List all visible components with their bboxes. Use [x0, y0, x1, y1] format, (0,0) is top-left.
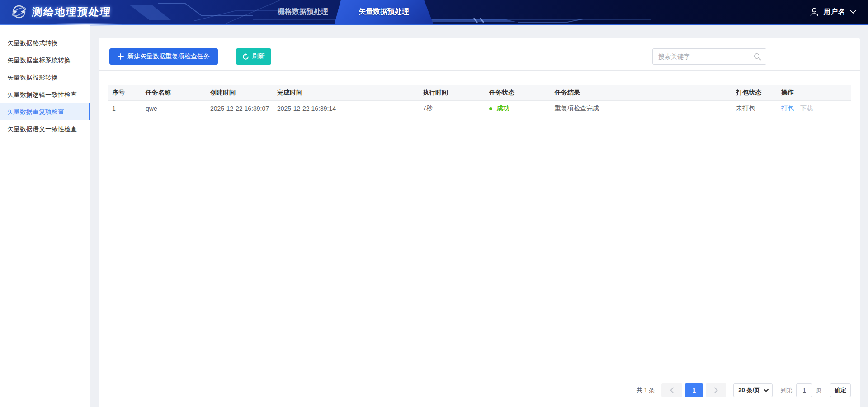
- new-task-button[interactable]: 新建矢量数据重复项检查任务: [109, 48, 218, 65]
- page-number-button[interactable]: 1: [685, 383, 703, 397]
- user-menu[interactable]: 用户名: [809, 0, 856, 24]
- status-text: 成功: [497, 104, 509, 112]
- refresh-icon: [242, 53, 249, 60]
- col-created: 创建时间: [206, 85, 273, 100]
- sidebar-item-semantic-check[interactable]: 矢量数据语义一致性检查: [0, 120, 90, 137]
- task-table: 序号 任务名称 创建时间 完成时间 执行时间 任务状态 任务结果 打包状态 操作…: [108, 85, 851, 117]
- sidebar-item-coordsys-convert[interactable]: 矢量数据坐标系统转换: [0, 52, 90, 69]
- cell-duration: 7秒: [418, 100, 485, 117]
- cell-task-name: qwe: [141, 100, 206, 117]
- sidebar-item-projection-convert[interactable]: 矢量数据投影转换: [0, 69, 90, 86]
- goto-page-input[interactable]: [796, 383, 812, 397]
- content-card: 新建矢量数据重复项检查任务 刷新 序号: [99, 38, 860, 407]
- page-size-value: 20 条/页: [738, 386, 760, 394]
- col-duration: 执行时间: [418, 85, 485, 100]
- cell-actions: 打包 下载: [777, 100, 851, 117]
- col-finished: 完成时间: [273, 85, 418, 100]
- search-box: [652, 48, 766, 65]
- app-title: 测绘地理预处理: [31, 5, 112, 19]
- search-input[interactable]: [653, 49, 749, 64]
- plus-icon: [118, 53, 124, 60]
- cell-result: 重复项检查完成: [550, 100, 731, 117]
- goto-suffix-label: 页: [816, 386, 822, 394]
- page-size-select[interactable]: 20 条/页: [733, 383, 773, 397]
- header-background: 测绘地理预处理 栅格数据预处理 矢量数据预处理 用户名: [0, 0, 868, 24]
- cell-finished: 2025-12-22 16:39:14: [273, 100, 418, 117]
- col-seq: 序号: [108, 85, 141, 100]
- search-icon: [754, 53, 761, 61]
- goto-confirm-button[interactable]: 确定: [830, 383, 851, 397]
- cell-created: 2025-12-22 16:39:07: [206, 100, 273, 117]
- tab-raster-preprocess[interactable]: 栅格数据预处理: [269, 0, 336, 24]
- new-task-label: 新建矢量数据重复项检查任务: [127, 52, 210, 61]
- download-link[interactable]: 下载: [800, 104, 813, 112]
- cell-status: 成功: [485, 100, 550, 117]
- table-row: 1 qwe 2025-12-22 16:39:07 2025-12-22 16:…: [108, 100, 851, 117]
- user-icon: [809, 7, 819, 17]
- toolbar-divider: [99, 70, 860, 71]
- cell-package-status: 未打包: [731, 100, 777, 117]
- cell-seq: 1: [108, 100, 141, 117]
- search-button[interactable]: [749, 49, 766, 64]
- prev-page-button[interactable]: [661, 383, 682, 397]
- pagination-total: 共 1 条: [637, 386, 655, 394]
- sidebar-nav: 矢量数据格式转换 矢量数据坐标系统转换 矢量数据投影转换 矢量数据逻辑一致性检查…: [0, 25, 90, 407]
- package-link[interactable]: 打包: [781, 104, 794, 112]
- chevron-left-icon: [670, 387, 674, 393]
- col-package-status: 打包状态: [731, 85, 777, 100]
- sidebar-item-format-convert[interactable]: 矢量数据格式转换: [0, 34, 90, 52]
- user-name-label: 用户名: [824, 8, 845, 16]
- next-page-button[interactable]: [706, 383, 726, 397]
- refresh-label: 刷新: [252, 52, 265, 61]
- col-task-name: 任务名称: [141, 85, 206, 100]
- col-actions: 操作: [777, 85, 851, 100]
- sidebar-item-duplicate-check[interactable]: 矢量数据重复项检查: [0, 103, 90, 120]
- tab-vector-preprocess[interactable]: 矢量数据预处理: [335, 0, 433, 24]
- col-result: 任务结果: [550, 85, 731, 100]
- sidebar-item-logic-check[interactable]: 矢量数据逻辑一致性检查: [0, 86, 90, 103]
- app-header: 测绘地理预处理 栅格数据预处理 矢量数据预处理 用户名: [0, 0, 868, 25]
- status-dot-icon: [489, 107, 492, 110]
- table-header-row: 序号 任务名称 创建时间 完成时间 执行时间 任务状态 任务结果 打包状态 操作: [108, 85, 851, 100]
- refresh-button[interactable]: 刷新: [236, 48, 271, 65]
- header-accent-line: [0, 24, 868, 25]
- app-logo: 测绘地理预处理: [11, 0, 111, 24]
- goto-prefix-label: 到第: [781, 386, 793, 394]
- chevron-right-icon: [714, 387, 718, 393]
- col-status: 任务状态: [485, 85, 550, 100]
- logo-icon: [11, 4, 27, 20]
- circuit-decoration: [0, 0, 868, 24]
- chevron-down-icon: [850, 10, 856, 14]
- select-chevron-icon: [764, 389, 769, 392]
- pagination: 共 1 条 1 20 条/页 到第 页 确定: [637, 383, 851, 397]
